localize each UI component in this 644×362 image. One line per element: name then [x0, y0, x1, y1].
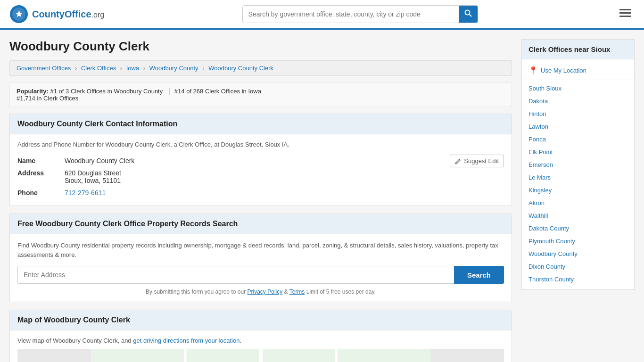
and-text: &	[284, 288, 288, 295]
property-search-description: Find Woodbury County residential propert…	[17, 241, 504, 259]
privacy-note: By submitting this form you agree to our…	[17, 288, 504, 295]
sidebar-link-11[interactable]: Dakota County	[528, 225, 569, 232]
search-button[interactable]: Search	[454, 266, 504, 284]
logo-brand: CountyOffice	[32, 9, 91, 19]
map-section-body: View map of Woodbury County Clerk, and g…	[10, 330, 512, 362]
breadcrumb-sep-2: ›	[143, 65, 145, 72]
search-area	[242, 5, 478, 23]
contact-description: Address and Phone Number for Woodbury Co…	[17, 141, 504, 148]
logo-suffix: .org	[91, 11, 105, 19]
sidebar-link-2[interactable]: Hinton	[528, 110, 546, 117]
header-search-input[interactable]	[243, 7, 459, 22]
popularity-bar: Popularity: #1 of 3 Clerk Offices in Woo…	[9, 82, 512, 107]
popularity-rank3-suffix: in Clerk Offices	[37, 95, 78, 102]
sidebar-link-15[interactable]: Thurston County	[528, 276, 574, 283]
sidebar-link-12[interactable]: Plymouth County	[528, 238, 575, 245]
sidebar-item-0[interactable]: South Sioux	[522, 82, 634, 95]
popularity-rank1: #1 of 3 Clerk Offices in Woodbury County	[50, 88, 163, 95]
search-icon	[464, 9, 472, 17]
driving-directions-link[interactable]: get driving directions from your locatio…	[133, 337, 239, 344]
breadcrumb-sep-0: ›	[75, 65, 77, 72]
svg-rect-5	[619, 9, 631, 10]
sidebar-link-9[interactable]: Akron	[528, 199, 545, 206]
property-search-section: Free Woodbury County Clerk Office Proper…	[9, 214, 512, 302]
suggest-edit-label: Suggest Edit	[464, 157, 499, 165]
sidebar-item-14[interactable]: Dixon County	[522, 260, 634, 273]
sidebar-link-0[interactable]: South Sioux	[528, 85, 561, 92]
map-placeholder: 🍔 Yellow Stone Woodbury County Clerk of …	[17, 349, 504, 362]
sidebar-link-7[interactable]: Le Mars	[528, 174, 551, 181]
map-svg: 🍔 Yellow Stone	[17, 349, 504, 362]
address-value: 620 Douglas Street Sioux, Iowa, 51101	[65, 167, 504, 187]
logo-icon: ★	[9, 5, 28, 24]
address-line2: Sioux, Iowa, 51101	[65, 177, 121, 184]
suggest-edit-button[interactable]: Suggest Edit	[450, 155, 504, 167]
sidebar-link-5[interactable]: Elk Point	[528, 148, 553, 156]
sidebar-link-4[interactable]: Ponca	[528, 136, 546, 143]
sidebar-item-15[interactable]: Thurston County	[522, 273, 634, 286]
contact-table: Name Woodbury County Clerk Address 620 D…	[17, 155, 504, 199]
main-container: Woodbury County Clerk Government Offices…	[0, 30, 644, 362]
sidebar-item-1[interactable]: Dakota	[522, 95, 634, 107]
breadcrumb-link-2[interactable]: Iowa	[126, 65, 139, 72]
sidebar-link-13[interactable]: Woodbury County	[528, 250, 578, 257]
sidebar-item-4[interactable]: Ponca	[522, 133, 634, 146]
name-value: Woodbury County Clerk	[65, 155, 504, 167]
menu-button[interactable]	[616, 6, 635, 22]
sidebar-link-10[interactable]: Walthill	[528, 212, 548, 219]
limit-text: Limit of 5 free uses per day.	[306, 288, 376, 295]
svg-line-9	[455, 163, 456, 164]
sidebar-link-3[interactable]: Lawton	[528, 123, 548, 130]
content-area: Woodbury County Clerk Government Offices…	[9, 39, 512, 362]
sidebar-use-location: 📍 Use My Location	[522, 63, 634, 80]
sidebar-item-8[interactable]: Kingsley	[522, 184, 634, 197]
sidebar-link-14[interactable]: Dixon County	[528, 263, 565, 270]
svg-line-8	[459, 159, 460, 160]
phone-value: 712-279-6611	[65, 187, 504, 199]
sidebar-item-9[interactable]: Akron	[522, 197, 634, 209]
location-pin-icon: 📍	[528, 66, 538, 75]
popularity-rank3: #1,714	[17, 95, 35, 102]
phone-link[interactable]: 712-279-6611	[65, 189, 106, 197]
privacy-policy-link[interactable]: Privacy Policy	[248, 288, 283, 295]
sidebar-item-2[interactable]: Hinton	[522, 107, 634, 120]
sidebar-item-7[interactable]: Le Mars	[522, 171, 634, 184]
svg-line-4	[469, 15, 471, 17]
sidebar-link-6[interactable]: Emerson	[528, 161, 553, 168]
sidebar-item-12[interactable]: Plymouth County	[522, 235, 634, 247]
breadcrumb-link-4[interactable]: Woodbury County Clerk	[208, 65, 273, 72]
address-line1: 620 Douglas Street	[65, 169, 121, 177]
use-my-location-link[interactable]: Use My Location	[541, 67, 586, 74]
breadcrumb-link-3[interactable]: Woodbury County	[149, 65, 198, 72]
sidebar-item-6[interactable]: Emerson	[522, 158, 634, 171]
header-search-button[interactable]	[459, 6, 478, 23]
sidebar-item-11[interactable]: Dakota County	[522, 222, 634, 235]
page-title: Woodbury County Clerk	[9, 39, 512, 54]
sidebar-item-5[interactable]: Elk Point	[522, 146, 634, 158]
sidebar-title: Clerk Offices near Sioux	[521, 39, 635, 59]
sidebar-link-8[interactable]: Kingsley	[528, 187, 552, 194]
privacy-text: By submitting this form you agree to our	[146, 288, 246, 295]
svg-rect-7	[619, 16, 631, 17]
breadcrumb-link-1[interactable]: Clerk Offices	[81, 65, 116, 72]
sidebar-item-13[interactable]: Woodbury County	[522, 247, 634, 260]
sidebar-item-10[interactable]: Walthill	[522, 209, 634, 222]
contact-section-body: Address and Phone Number for Woodbury Co…	[10, 134, 512, 206]
map-description: View map of Woodbury County Clerk, and g…	[17, 337, 504, 344]
terms-link[interactable]: Terms	[289, 288, 305, 295]
contact-phone-row: Phone 712-279-6611	[17, 187, 504, 199]
map-section-header: Map of Woodbury County Clerk	[10, 310, 512, 330]
svg-rect-6	[619, 12, 631, 14]
address-input[interactable]	[17, 266, 454, 284]
sidebar-item-3[interactable]: Lawton	[522, 120, 634, 133]
breadcrumb: Government Offices › Clerk Offices › Iow…	[9, 60, 512, 76]
breadcrumb-sep-3: ›	[202, 65, 204, 72]
hamburger-icon	[619, 9, 631, 17]
sidebar-link-1[interactable]: Dakota	[528, 98, 548, 105]
sidebar: Clerk Offices near Sioux 📍 Use My Locati…	[521, 39, 635, 362]
property-search-header: Free Woodbury County Clerk Office Proper…	[10, 214, 512, 234]
svg-point-3	[465, 10, 470, 15]
logo-area: ★ CountyOffice.org	[9, 5, 104, 24]
breadcrumb-link-0[interactable]: Government Offices	[17, 65, 71, 72]
popularity-separator-1	[169, 88, 170, 95]
